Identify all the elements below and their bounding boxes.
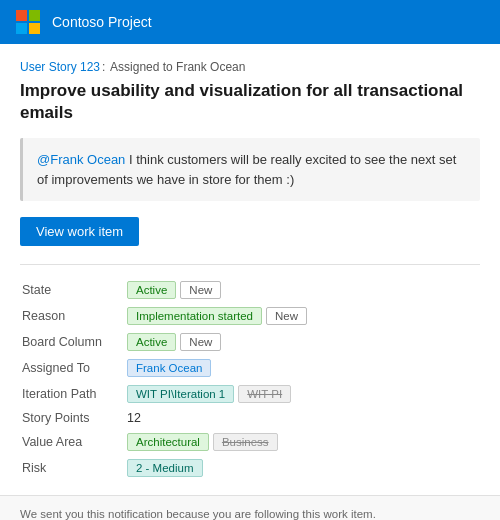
- field-value: ArchitecturalBusiness: [127, 433, 478, 451]
- breadcrumb-suffix: Assigned to Frank Ocean: [110, 60, 245, 74]
- field-label: Value Area: [20, 429, 125, 455]
- field-value-cell: 12: [125, 407, 480, 429]
- field-tag: Business: [213, 433, 278, 451]
- field-value: 12: [127, 411, 478, 425]
- field-value-cell: ArchitecturalBusiness: [125, 429, 480, 455]
- field-value: Implementation startedNew: [127, 307, 478, 325]
- field-value: Frank Ocean: [127, 359, 478, 377]
- field-tag: Frank Ocean: [127, 359, 211, 377]
- field-value-cell: Implementation startedNew: [125, 303, 480, 329]
- field-value-cell: ActiveNew: [125, 277, 480, 303]
- field-value-cell: ActiveNew: [125, 329, 480, 355]
- field-label: Reason: [20, 303, 125, 329]
- field-tag: WIT PI: [238, 385, 291, 403]
- divider: [20, 264, 480, 265]
- field-tag: Architectural: [127, 433, 209, 451]
- field-label: Iteration Path: [20, 381, 125, 407]
- field-tag: Active: [127, 281, 176, 299]
- comment-mention[interactable]: @Frank Ocean: [37, 152, 125, 167]
- field-tag: 2 - Medium: [127, 459, 203, 477]
- table-row: Value AreaArchitecturalBusiness: [20, 429, 480, 455]
- table-row: Iteration PathWIT PI\Iteration 1WIT PI: [20, 381, 480, 407]
- breadcrumb: User Story 123: Assigned to Frank Ocean: [20, 60, 480, 74]
- field-label: Assigned To: [20, 355, 125, 381]
- breadcrumb-separator: :: [102, 60, 105, 74]
- app-title: Contoso Project: [52, 14, 152, 30]
- fields-table: StateActiveNewReasonImplementation start…: [20, 277, 480, 481]
- breadcrumb-link[interactable]: User Story 123: [20, 60, 100, 74]
- field-label: Risk: [20, 455, 125, 481]
- field-label: Board Column: [20, 329, 125, 355]
- field-plain-value: 12: [127, 411, 141, 425]
- field-value: ActiveNew: [127, 281, 478, 299]
- ms-logo-icon: [14, 8, 42, 36]
- field-tag: Implementation started: [127, 307, 262, 325]
- work-item-title: Improve usability and visualization for …: [20, 80, 480, 124]
- field-label: State: [20, 277, 125, 303]
- field-tag: WIT PI\Iteration 1: [127, 385, 234, 403]
- field-value-cell: Frank Ocean: [125, 355, 480, 381]
- table-row: Assigned ToFrank Ocean: [20, 355, 480, 381]
- field-value-cell: WIT PI\Iteration 1WIT PI: [125, 381, 480, 407]
- table-row: Story Points12: [20, 407, 480, 429]
- table-row: StateActiveNew: [20, 277, 480, 303]
- table-row: ReasonImplementation startedNew: [20, 303, 480, 329]
- field-value: 2 - Medium: [127, 459, 478, 477]
- table-row: Risk2 - Medium: [20, 455, 480, 481]
- table-row: Board ColumnActiveNew: [20, 329, 480, 355]
- app-header: Contoso Project: [0, 0, 500, 44]
- main-content: User Story 123: Assigned to Frank Ocean …: [0, 44, 500, 481]
- footer-note: We sent you this notification because yo…: [0, 495, 500, 520]
- field-value: ActiveNew: [127, 333, 478, 351]
- field-value-cell: 2 - Medium: [125, 455, 480, 481]
- comment-box: @Frank Ocean I think customers will be r…: [20, 138, 480, 201]
- field-tag: New: [180, 333, 221, 351]
- field-tag: Active: [127, 333, 176, 351]
- svg-rect-3: [29, 23, 40, 34]
- svg-rect-0: [16, 10, 27, 21]
- svg-rect-2: [16, 23, 27, 34]
- field-label: Story Points: [20, 407, 125, 429]
- svg-rect-1: [29, 10, 40, 21]
- field-tag: New: [266, 307, 307, 325]
- field-value: WIT PI\Iteration 1WIT PI: [127, 385, 478, 403]
- view-work-item-button[interactable]: View work item: [20, 217, 139, 246]
- field-tag: New: [180, 281, 221, 299]
